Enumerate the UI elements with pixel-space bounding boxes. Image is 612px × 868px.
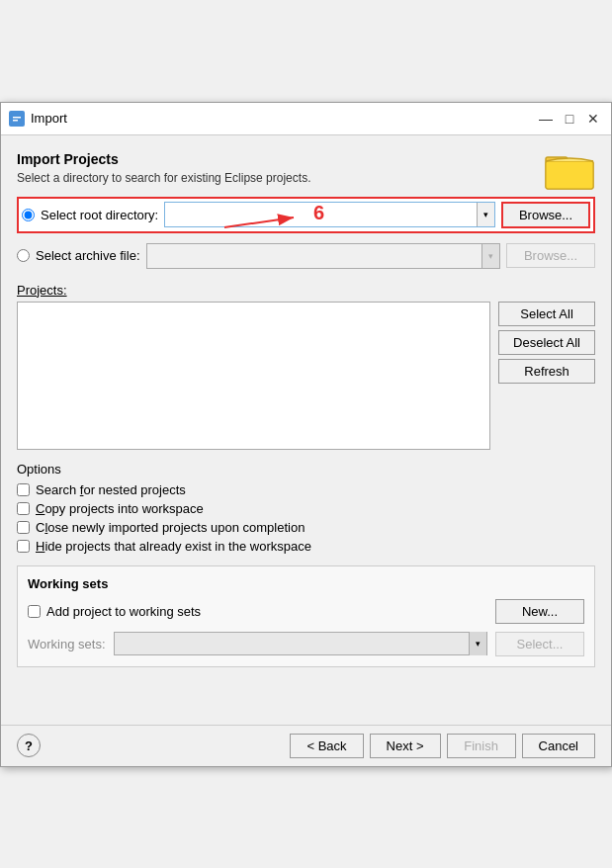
top-section: Import Projects Select a directory to se… xyxy=(17,151,595,273)
page-subtitle: Select a directory to search for existin… xyxy=(17,171,310,185)
import-dialog: Import — □ ✕ Import Projects Select a di… xyxy=(0,102,612,767)
projects-list[interactable] xyxy=(17,302,490,450)
projects-section: Projects: Select All Deselect All Refres… xyxy=(17,283,595,450)
nested-label: Search for nested projects xyxy=(36,482,186,497)
options-section: Options Search for nested projects Copy … xyxy=(17,462,595,554)
nested-checkbox[interactable] xyxy=(17,483,30,496)
projects-row: Select All Deselect All Refresh xyxy=(17,302,595,450)
finish-button[interactable]: Finish xyxy=(447,734,516,758)
add-to-ws-row: Add project to working sets New... xyxy=(28,599,584,624)
window-icon xyxy=(9,111,25,127)
minimize-button[interactable]: — xyxy=(536,109,556,129)
ws-label: Working sets: xyxy=(28,637,106,651)
close-button[interactable]: ✕ xyxy=(583,109,603,129)
root-dir-dropdown-arrow[interactable]: ▾ xyxy=(477,203,494,226)
svg-rect-1 xyxy=(13,117,21,119)
copy-checkbox[interactable] xyxy=(17,502,30,515)
svg-rect-5 xyxy=(546,161,593,189)
copy-label: Copy projects into workspace xyxy=(36,501,204,516)
add-to-ws-checkbox[interactable] xyxy=(28,605,41,618)
ws-combo-value xyxy=(115,642,469,646)
folder-icon xyxy=(544,147,595,194)
archive-dropdown-arrow: ▾ xyxy=(481,244,499,268)
svg-rect-0 xyxy=(11,113,23,125)
add-to-ws-label[interactable]: Add project to working sets xyxy=(46,604,201,619)
close-checkbox[interactable] xyxy=(17,521,30,534)
ws-combo-row: Working sets: ▾ Select... xyxy=(28,632,584,656)
archive-label[interactable]: Select archive file: xyxy=(36,248,140,263)
select-ws-button[interactable]: Select... xyxy=(495,632,584,656)
options-title: Options xyxy=(17,462,595,477)
nested-projects-row: Search for nested projects xyxy=(17,482,595,497)
help-button[interactable]: ? xyxy=(17,734,41,757)
hide-row: Hide projects that already exist in the … xyxy=(17,539,595,554)
ws-combo[interactable]: ▾ xyxy=(114,632,487,655)
title-controls: — □ ✕ xyxy=(536,109,603,129)
close-label: Close newly imported projects upon compl… xyxy=(36,520,305,535)
root-dir-radio[interactable] xyxy=(22,209,35,221)
page-title: Import Projects xyxy=(17,151,310,167)
root-directory-row: Select root directory: ▾ Browse... xyxy=(17,197,595,233)
ws-combo-arrow[interactable]: ▾ xyxy=(469,632,486,655)
title-bar: Import — □ ✕ xyxy=(1,103,611,135)
working-sets-section: Working sets Add project to working sets… xyxy=(17,565,595,667)
next-button[interactable]: Next > xyxy=(370,734,441,758)
bottom-bar: ? < Back Next > Finish Cancel xyxy=(1,725,611,766)
back-button[interactable]: < Back xyxy=(290,734,363,758)
select-all-button[interactable]: Select All xyxy=(498,302,595,326)
deselect-all-button[interactable]: Deselect All xyxy=(498,330,595,355)
svg-rect-2 xyxy=(13,120,18,122)
archive-browse-button: Browse... xyxy=(506,243,595,268)
maximize-button[interactable]: □ xyxy=(560,109,579,129)
archive-file-row: Select archive file: ▾ Browse... xyxy=(17,239,595,273)
window-title: Import xyxy=(31,111,530,126)
projects-label: Projects: xyxy=(17,283,595,298)
main-content: Import Projects Select a directory to se… xyxy=(1,135,611,695)
hide-label: Hide projects that already exist in the … xyxy=(36,539,311,554)
spacer xyxy=(1,695,611,725)
working-sets-title: Working sets xyxy=(28,576,584,591)
projects-buttons: Select All Deselect All Refresh xyxy=(498,302,595,450)
refresh-button[interactable]: Refresh xyxy=(498,359,595,384)
archive-radio[interactable] xyxy=(17,249,30,262)
root-browse-button[interactable]: Browse... xyxy=(501,202,590,228)
archive-input xyxy=(147,244,482,268)
hide-checkbox[interactable] xyxy=(17,540,30,553)
root-dir-label[interactable]: Select root directory: xyxy=(41,208,158,222)
root-dir-input[interactable] xyxy=(165,203,477,226)
cancel-button[interactable]: Cancel xyxy=(522,734,595,758)
copy-row: Copy projects into workspace xyxy=(17,501,595,516)
new-ws-button[interactable]: New... xyxy=(495,599,584,624)
close-row: Close newly imported projects upon compl… xyxy=(17,520,595,535)
